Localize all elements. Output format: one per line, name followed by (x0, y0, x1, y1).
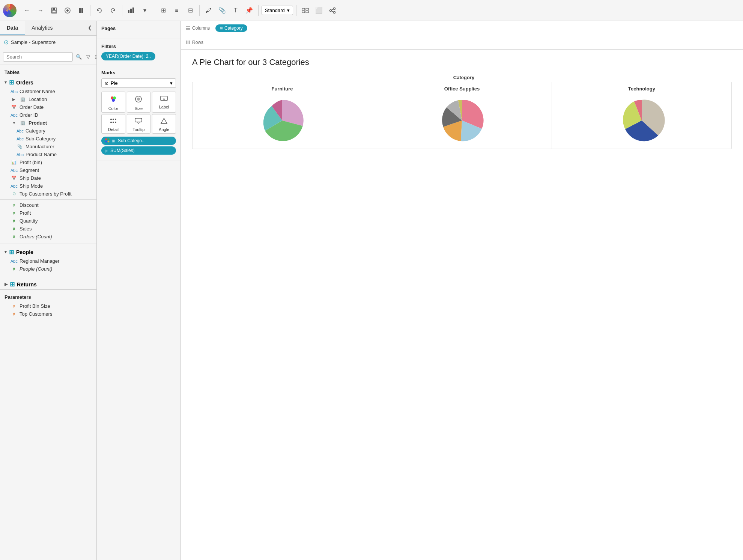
tab-analytics[interactable]: Analytics (25, 21, 59, 35)
abc-icon: Abc (11, 89, 17, 94)
dropdown-arrow: ▾ (170, 80, 173, 86)
forward-button[interactable]: → (35, 5, 47, 17)
tab-data[interactable]: Data (0, 21, 25, 35)
detail-button[interactable]: Detail (101, 114, 125, 134)
field-ship-date[interactable]: 📅 Ship Date (0, 174, 96, 182)
field-regional-manager[interactable]: Abc Regional Manager (0, 257, 96, 265)
color-button[interactable]: Color (101, 92, 125, 113)
field-top-customers-param[interactable]: # Top Customers (0, 310, 96, 318)
returns-table-label: Returns (17, 282, 37, 288)
columns-label: Columns (185, 26, 212, 31)
field-profit[interactable]: # Profit (0, 209, 96, 217)
angle-button[interactable]: Angle (152, 114, 176, 134)
sum-sales-pill[interactable]: ▷ SUM(Sales) (101, 146, 176, 155)
collapse-button[interactable]: ❮ (83, 21, 96, 35)
search-icon[interactable]: 🔍 (74, 53, 83, 61)
middle-panel: Pages Filters YEAR(Order Date): 2.. Mark… (97, 21, 181, 560)
tooltip-button[interactable]: 📎 (216, 5, 228, 17)
pause-button[interactable] (75, 5, 87, 17)
viz-title: A Pie Chart for our 3 Categories (192, 57, 732, 67)
group-button[interactable]: ⊞ (157, 5, 169, 17)
svg-point-16 (333, 8, 335, 9)
svg-point-39 (108, 141, 110, 143)
label-button[interactable]: A Label (152, 92, 176, 113)
pin-button[interactable]: 📌 (243, 5, 255, 17)
svg-rect-9 (128, 10, 129, 13)
distribute-button[interactable]: ⊟ (184, 5, 196, 17)
svg-rect-34 (135, 118, 142, 122)
field-customer-name[interactable]: Abc Customer Name (0, 87, 96, 95)
technology-label: Technology (628, 86, 655, 92)
fit-button[interactable] (299, 5, 311, 17)
pill-color-icon (105, 138, 110, 143)
field-profit-bin[interactable]: 📊 Profit (bin) (0, 158, 96, 166)
marks-title: Marks (101, 70, 176, 75)
viz-area: A Pie Chart for our 3 Categories Categor… (181, 50, 743, 560)
undo-button[interactable] (93, 5, 105, 17)
category-chip[interactable]: ⊞ Category (215, 24, 247, 32)
field-order-date[interactable]: 📅 Order Date (0, 103, 96, 111)
tooltip-icon (134, 117, 143, 126)
add-datasource-button[interactable] (62, 5, 74, 17)
search-input[interactable] (3, 52, 73, 62)
redo-button[interactable] (107, 5, 119, 17)
show-me-button[interactable]: ▾ (139, 5, 151, 17)
expand-product-icon: ▾ (11, 121, 17, 125)
field-order-id[interactable]: Abc Order ID (0, 111, 96, 119)
field-sales[interactable]: # Sales (0, 225, 96, 233)
field-top-customers[interactable]: ⊙ Top Customers by Profit (0, 190, 96, 198)
field-orders-count[interactable]: # Orders (Count) (0, 233, 96, 241)
bar-chart-button[interactable] (125, 5, 137, 17)
tooltip-button[interactable]: Tooltip (127, 114, 151, 134)
marks-type-label: Pie (111, 80, 118, 86)
hash-param-icon-2: # (11, 312, 17, 316)
field-people-count[interactable]: # People (Count) (0, 265, 96, 273)
field-category[interactable]: Abc Category (0, 127, 96, 135)
divider-3 (154, 5, 154, 16)
datasource-name[interactable]: Sample - Superstore (11, 39, 56, 45)
svg-rect-13 (306, 8, 308, 10)
chip-table-icon: ⊞ (220, 26, 223, 30)
svg-rect-14 (302, 11, 305, 13)
field-profit-bin-size[interactable]: # Profit Bin Size (0, 302, 96, 310)
field-ship-mode[interactable]: Abc Ship Mode (0, 182, 96, 190)
svg-point-25 (137, 98, 140, 101)
sub-category-pill-label: Sub-Catego... (118, 138, 146, 143)
field-quantity[interactable]: # Quantity (0, 217, 96, 225)
canvas-panel: Columns ⊞ Category Rows A Pie Chart for … (181, 21, 743, 560)
field-product[interactable]: ▾ 🏢 Product (0, 119, 96, 127)
divider-2 (122, 5, 122, 16)
share-button[interactable] (326, 5, 338, 17)
sum-sales-pill-label: SUM(Sales) (110, 148, 135, 153)
save-button[interactable] (48, 5, 60, 17)
text-button[interactable]: T (230, 5, 242, 17)
size-icon (134, 95, 143, 105)
abc-icon-8: Abc (11, 259, 17, 263)
angle-icon (160, 117, 168, 126)
expand-arrow-2: ▾ (5, 250, 7, 254)
expand-location-icon: ▶ (11, 97, 17, 101)
align-button[interactable]: ≡ (171, 5, 183, 17)
filter-icon[interactable]: ▽ (85, 53, 92, 61)
field-sub-category[interactable]: Abc Sub-Category (0, 135, 96, 143)
size-button[interactable]: Size (127, 92, 151, 113)
field-discount[interactable]: # Discount (0, 201, 96, 209)
svg-marker-35 (161, 118, 167, 123)
back-button[interactable]: ← (21, 5, 33, 17)
marks-type-dropdown[interactable]: ⊙ Pie ▾ (101, 78, 176, 88)
present-button[interactable]: ⬜ (313, 5, 325, 17)
marks-section: Marks ⊙ Pie ▾ Color (97, 65, 180, 161)
field-manufacturer[interactable]: 📎 Manufacturer (0, 143, 96, 151)
list-view-icon[interactable]: ⊞ (93, 53, 97, 61)
returns-table-header[interactable]: ▶ ⊞ Returns (0, 279, 96, 289)
orders-table-header[interactable]: ▾ ⊞ Orders (0, 77, 96, 87)
filter-chip[interactable]: YEAR(Order Date): 2.. (101, 52, 155, 60)
field-location[interactable]: ▶ 🏢 Location (0, 95, 96, 103)
svg-rect-10 (130, 9, 132, 13)
sub-category-pill[interactable]: ⊞ Sub-Catego... (101, 137, 176, 145)
field-segment[interactable]: Abc Segment (0, 166, 96, 174)
people-table-header[interactable]: ▾ ⊞ People (0, 247, 96, 257)
field-product-name[interactable]: Abc Product Name (0, 151, 96, 158)
standard-dropdown[interactable]: Standard ▾ (262, 6, 293, 15)
color-button[interactable]: 🖍 (203, 5, 215, 17)
